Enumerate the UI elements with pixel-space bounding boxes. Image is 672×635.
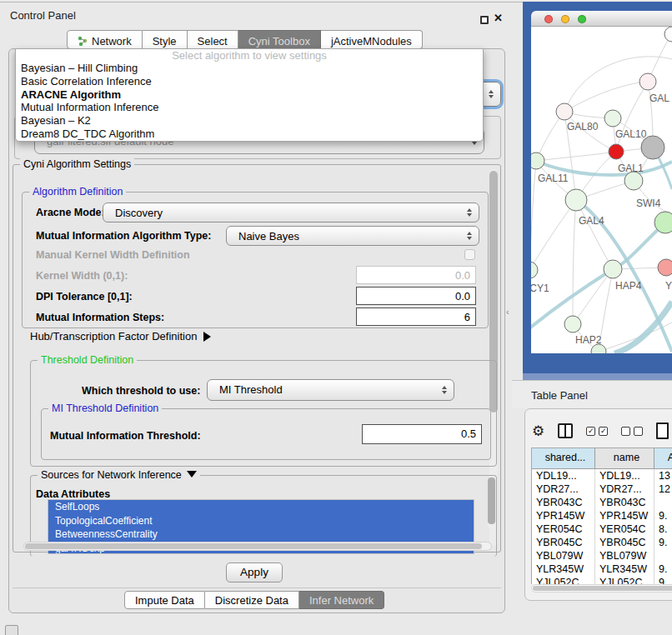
- dropdown-item[interactable]: Bayesian – Hill Climbing: [16, 62, 483, 75]
- table-row[interactable]: YJL052C YJL052C 9.: [532, 576, 672, 584]
- network-node[interactable]: [639, 73, 656, 90]
- column-layout-icon[interactable]: [558, 423, 573, 438]
- network-graph[interactable]: GALGAL80GAL10GAL1GAL11SWI4GAL4GCY1HAP4YH…: [531, 27, 672, 353]
- table-row[interactable]: YBR043C YBR043C: [532, 496, 672, 509]
- table-row[interactable]: YPR145W YPR145W 9.: [532, 509, 672, 522]
- minimized-panel-icon[interactable]: [5, 625, 18, 635]
- network-node[interactable]: [531, 152, 544, 169]
- network-window: GALGAL80GAL10GAL1GAL11SWI4GAL4GCY1HAP4YH…: [531, 11, 672, 353]
- table-row[interactable]: YBL079W YBL079W: [532, 549, 672, 562]
- attribute-list-scrollbar[interactable]: [488, 477, 495, 528]
- network-node[interactable]: [654, 212, 672, 233]
- network-edge[interactable]: [536, 152, 616, 161]
- network-window-titlebar[interactable]: [531, 11, 672, 27]
- network-node[interactable]: [565, 189, 587, 211]
- network-node[interactable]: [664, 27, 672, 42]
- cell-value: 8.: [654, 522, 672, 536]
- network-edge[interactable]: [576, 200, 613, 269]
- export-table-icon[interactable]: [656, 422, 669, 439]
- mi-threshold-group-title: MI Threshold Definition: [48, 402, 162, 414]
- network-edge[interactable]: [531, 161, 536, 270]
- network-node[interactable]: [609, 144, 624, 159]
- scrollbar-thumb[interactable]: [533, 586, 672, 591]
- table-row[interactable]: YER054C YER054C 8.: [532, 522, 672, 536]
- table-row[interactable]: YLR345W YLR345W 9.: [532, 562, 672, 576]
- network-node-label: GAL10: [615, 128, 647, 140]
- checked-box-icon: ✓: [599, 427, 608, 436]
- mi-threshold-field[interactable]: 0.5: [362, 424, 482, 444]
- network-node[interactable]: [531, 262, 538, 278]
- panel-resize-handle[interactable]: ‹: [506, 307, 509, 317]
- float-panel-icon[interactable]: [480, 16, 489, 24]
- network-node[interactable]: [658, 259, 672, 276]
- table-row[interactable]: YDL19... YDL19... 13: [532, 469, 672, 482]
- dropdown-item[interactable]: Dream8 DC_TDC Algorithm: [16, 128, 483, 141]
- cell-shared-name: YJL052C: [532, 576, 594, 584]
- network-node[interactable]: [564, 316, 581, 332]
- tab-select-label: Select: [198, 35, 228, 48]
- attribute-list-item[interactable]: BetweennessCentrality: [48, 528, 474, 542]
- tab-style[interactable]: Style: [143, 30, 188, 49]
- network-edge[interactable]: [531, 200, 576, 270]
- dropdown-item[interactable]: ARACNE Algorithm: [16, 88, 483, 102]
- zoom-window-icon[interactable]: [578, 15, 586, 23]
- minimize-window-icon[interactable]: [561, 15, 569, 23]
- node-attribute-table: shared... name A YDL19... YDL19... 13 YD…: [531, 448, 672, 584]
- combobox-arrows-icon: [467, 208, 472, 217]
- network-tab-icon: [78, 36, 88, 46]
- tab-cyni-toolbox[interactable]: Cyni Toolbox: [238, 30, 321, 49]
- scrollbar-thumb[interactable]: [25, 543, 482, 549]
- which-threshold-combobox[interactable]: MI Threshold: [207, 379, 454, 401]
- table-horizontal-scrollbar[interactable]: [531, 584, 672, 592]
- mi-steps-field[interactable]: 6: [356, 308, 476, 326]
- table-row[interactable]: YBR045C YBR045C 9.: [532, 536, 672, 549]
- tab-impute-data[interactable]: Impute Data: [124, 591, 205, 609]
- cell-value: 12: [654, 482, 672, 496]
- dropdown-item[interactable]: Basic Correlation Inference: [16, 75, 483, 88]
- scrollbar-thumb[interactable]: [488, 478, 495, 524]
- tab-infer-network[interactable]: Infer Network: [299, 591, 384, 609]
- network-edge[interactable]: [564, 82, 648, 112]
- aracne-mode-combobox[interactable]: Discovery: [103, 202, 479, 222]
- network-node[interactable]: [556, 103, 573, 120]
- network-node[interactable]: [624, 172, 643, 190]
- network-canvas[interactable]: GALGAL80GAL10GAL1GAL11SWI4GAL4GCY1HAP4YH…: [531, 27, 672, 353]
- tab-jactivemnodules[interactable]: jActiveMNodules: [321, 30, 423, 49]
- kernel-width-field[interactable]: 0.0: [356, 266, 476, 284]
- dropdown-item[interactable]: Mutual Information Inference: [16, 101, 483, 114]
- network-window-frame: GALGAL80GAL10GAL1GAL11SWI4GAL4GCY1HAP4YH…: [523, 2, 672, 373]
- column-header-third[interactable]: A: [654, 448, 672, 468]
- combobox-arrows-icon: [467, 232, 472, 240]
- tab-select[interactable]: Select: [188, 30, 238, 49]
- mi-type-combobox[interactable]: Naive Bayes: [226, 226, 479, 246]
- dropdown-item[interactable]: Bayesian – K2: [16, 114, 483, 128]
- table-row[interactable]: YDR27... YDR27... 12: [532, 482, 672, 496]
- network-edge[interactable]: [573, 200, 576, 324]
- network-node-label: Y: [665, 280, 672, 292]
- settings-horizontal-scrollbar[interactable]: [23, 542, 492, 551]
- sources-group-title[interactable]: Sources for Network Inference: [38, 469, 200, 481]
- deselect-all-checkboxes-icon[interactable]: [621, 427, 643, 436]
- attribute-list-item[interactable]: TopologicalCoefficient: [48, 514, 474, 528]
- table-settings-gear-icon[interactable]: ⚙: [532, 424, 544, 438]
- hub-definition-toggle[interactable]: Hub/Transcription Factor Definition: [30, 330, 211, 342]
- close-panel-icon[interactable]: ✕: [494, 12, 503, 24]
- apply-button[interactable]: Apply: [226, 562, 283, 582]
- which-threshold-value: MI Threshold: [219, 383, 283, 396]
- select-all-checkboxes-icon[interactable]: ✓ ✓: [586, 427, 608, 436]
- column-header-shared-name[interactable]: shared...: [532, 448, 594, 468]
- network-node[interactable]: [604, 260, 622, 278]
- cell-shared-name: YLR345W: [532, 562, 594, 576]
- close-window-icon[interactable]: [544, 15, 553, 23]
- table-header-row: shared... name A: [532, 448, 672, 469]
- network-node[interactable]: [604, 110, 621, 127]
- tab-discretize-data[interactable]: Discretize Data: [205, 591, 299, 609]
- dpi-tolerance-field[interactable]: 0.0: [356, 287, 476, 305]
- tab-network[interactable]: Network: [67, 30, 143, 49]
- network-edge[interactable]: [573, 269, 613, 324]
- manual-kernel-checkbox[interactable]: [464, 249, 475, 260]
- cell-name: YBL079W: [594, 549, 654, 562]
- column-header-name[interactable]: name: [594, 448, 654, 468]
- cell-shared-name: YER054C: [532, 522, 594, 536]
- attribute-list-item[interactable]: SelfLoops: [48, 500, 474, 514]
